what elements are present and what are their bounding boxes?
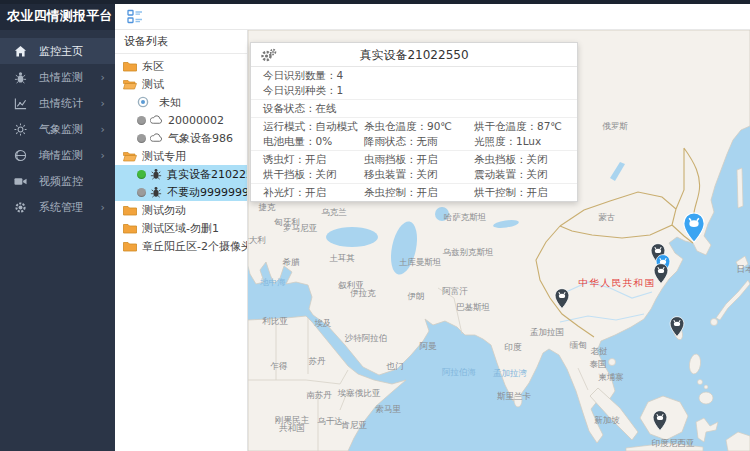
map-marker-insect-dark[interactable] xyxy=(669,316,685,341)
sun-icon xyxy=(13,122,27,136)
device-tree-item-8[interactable]: 测试勿动 xyxy=(115,201,247,219)
device-label: 20000002 xyxy=(168,114,224,127)
folder-closed-icon xyxy=(123,205,137,216)
popup-stat: 光照度：1Lux xyxy=(474,134,577,149)
home-icon xyxy=(13,44,27,58)
app-title: 农业四情测报平台 xyxy=(0,0,115,30)
sidebar-item-weather-monitor[interactable]: 气象监测› xyxy=(0,116,115,142)
device-info-popup: 真实设备21022550 今日识别数量：4今日识别种类：1设备状态：在线运行模式… xyxy=(250,42,578,202)
sidebar-item-insect-stats[interactable]: 虫情统计› xyxy=(0,90,115,116)
popup-stat: 诱虫灯：开启 xyxy=(263,152,364,167)
device-tree-item-1[interactable]: 测试 xyxy=(115,75,247,93)
chart-icon xyxy=(13,96,27,110)
popup-stat: 烘干挡板：关闭 xyxy=(263,167,364,182)
device-list-panel: 设备列表 东区测试未知20000002气象设备986测试专用真实设备210225… xyxy=(115,30,248,451)
sidebar-item-label: 系统管理 xyxy=(39,200,83,215)
device-label: 测试 xyxy=(142,77,164,92)
locate-icon xyxy=(137,96,149,108)
popup-stat: 杀虫挡板：关闭 xyxy=(474,152,577,167)
map-marker-insect-dark[interactable] xyxy=(652,410,668,435)
device-tree-item-10[interactable]: 章丘阳丘区-2个摄像头 xyxy=(115,237,247,255)
settings-gears-icon[interactable] xyxy=(260,47,277,62)
device-label: 未知 xyxy=(159,95,181,110)
status-dot-offline xyxy=(137,188,146,197)
sidebar-item-label: 虫情统计 xyxy=(39,96,83,111)
device-label: 真实设备21022550 xyxy=(167,167,248,182)
status-dot-offline xyxy=(137,134,146,143)
chevron-right-icon: › xyxy=(101,124,105,135)
chevron-right-icon: › xyxy=(101,150,105,161)
device-tree-item-9[interactable]: 测试区域-勿删1 xyxy=(115,219,247,237)
device-tree-toggle-icon[interactable] xyxy=(127,9,145,25)
device-tree-item-2[interactable]: 未知 xyxy=(115,93,247,111)
popup-section: 诱虫灯：开启虫雨挡板：开启杀虫挡板：关闭烘干挡板：关闭移虫装置：关闭震动装置：关… xyxy=(251,150,577,183)
device-label: 东区 xyxy=(142,59,164,74)
map-marker-insect-dark[interactable] xyxy=(653,263,669,288)
sidebar-item-home[interactable]: 监控主页 xyxy=(0,38,115,64)
device-label: 测试勿动 xyxy=(142,203,186,218)
folder-closed-icon xyxy=(123,223,137,234)
popup-stat: 运行模式：自动模式 xyxy=(263,119,364,134)
device-label: 不要动99999999 xyxy=(167,185,248,200)
folder-closed-icon xyxy=(123,241,137,252)
status-dot-offline xyxy=(137,116,146,125)
popup-row: 补光灯：开启杀虫控制：开启烘干控制：开启 xyxy=(251,185,577,200)
map-marker-insect-dark[interactable] xyxy=(554,288,570,313)
popup-stat: 杀虫仓温度：90℃ xyxy=(364,119,474,134)
popup-row: 诱虫灯：开启虫雨挡板：开启杀虫挡板：关闭 xyxy=(251,152,577,167)
device-label: 测试专用 xyxy=(142,149,186,164)
sidebar-item-video-monitor[interactable]: 视频监控 xyxy=(0,168,115,194)
popup-header: 真实设备21022550 xyxy=(251,43,577,67)
popup-row: 烘干挡板：关闭移虫装置：关闭震动装置：关闭 xyxy=(251,167,577,182)
globe-icon xyxy=(13,148,27,162)
popup-section: 运行模式：自动模式杀虫仓温度：90℃烘干仓温度：87℃电池电量：0%降雨状态：无… xyxy=(251,117,577,150)
device-label: 章丘阳丘区-2个摄像头 xyxy=(142,239,248,254)
popup-stat: 电池电量：0% xyxy=(263,134,364,149)
sidebar-item-label: 气象监测 xyxy=(39,122,83,137)
bug-icon xyxy=(150,186,162,198)
sidebar-item-soil-monitor[interactable]: 墒情监测› xyxy=(0,142,115,168)
map-marker-weather-blue-large[interactable] xyxy=(682,212,706,247)
gear-icon xyxy=(13,200,27,214)
folder-closed-icon xyxy=(123,61,137,72)
device-tree-item-5[interactable]: 测试专用 xyxy=(115,147,247,165)
sidebar-item-label: 虫情监测 xyxy=(39,70,83,85)
popup-stat: 今日识别数量：4 xyxy=(263,69,343,81)
popup-stat: 降雨状态：无雨 xyxy=(364,134,474,149)
device-tree-item-0[interactable]: 东区 xyxy=(115,57,247,75)
popup-title: 真实设备21022550 xyxy=(359,48,468,62)
sidebar: 农业四情测报平台 监控主页虫情监测›虫情统计›气象监测›墒情监测›视频监控系统管… xyxy=(0,0,115,451)
popup-row: 今日识别数量：4 xyxy=(251,68,577,83)
popup-section: 设备状态：在线 xyxy=(251,99,577,117)
chevron-right-icon: › xyxy=(101,98,105,109)
popup-row: 设备状态：在线 xyxy=(251,101,577,116)
popup-row: 今日识别种类：1 xyxy=(251,83,577,98)
cloud-icon xyxy=(150,115,163,125)
device-tree-item-7[interactable]: 不要动99999999 xyxy=(115,183,247,201)
device-label: 测试区域-勿删1 xyxy=(142,221,219,236)
bug-icon xyxy=(150,168,162,180)
sidebar-item-system-manage[interactable]: 系统管理› xyxy=(0,194,115,220)
chevron-right-icon: › xyxy=(101,202,105,213)
sidebar-nav: 监控主页虫情监测›虫情统计›气象监测›墒情监测›视频监控系统管理› xyxy=(0,30,115,220)
sidebar-item-label: 墒情监测 xyxy=(39,148,83,163)
device-tree-item-6[interactable]: 真实设备21022550 xyxy=(115,165,247,183)
popup-section: 补光灯：开启杀虫控制：开启烘干控制：开启 xyxy=(251,183,577,201)
popup-stat: 补光灯：开启 xyxy=(263,185,364,200)
cloud-icon xyxy=(150,133,163,143)
popup-stat: 移虫装置：关闭 xyxy=(364,167,474,182)
device-tree-item-3[interactable]: 20000002 xyxy=(115,111,247,129)
topbar xyxy=(115,4,750,30)
popup-stat: 烘干仓温度：87℃ xyxy=(474,119,577,134)
popup-stat: 今日识别种类：1 xyxy=(263,84,343,96)
popup-stat: 杀虫控制：开启 xyxy=(364,185,474,200)
video-icon xyxy=(13,174,27,188)
popup-stat: 设备状态：在线 xyxy=(263,102,337,114)
sidebar-item-insect-monitor[interactable]: 虫情监测› xyxy=(0,64,115,90)
device-tree-item-4[interactable]: 气象设备986 xyxy=(115,129,247,147)
folder-open-icon xyxy=(123,151,137,162)
top-dark-strip xyxy=(0,0,750,4)
popup-stat: 烘干控制：开启 xyxy=(474,185,577,200)
popup-stat: 震动装置：关闭 xyxy=(474,167,577,182)
device-label: 气象设备986 xyxy=(168,131,233,146)
